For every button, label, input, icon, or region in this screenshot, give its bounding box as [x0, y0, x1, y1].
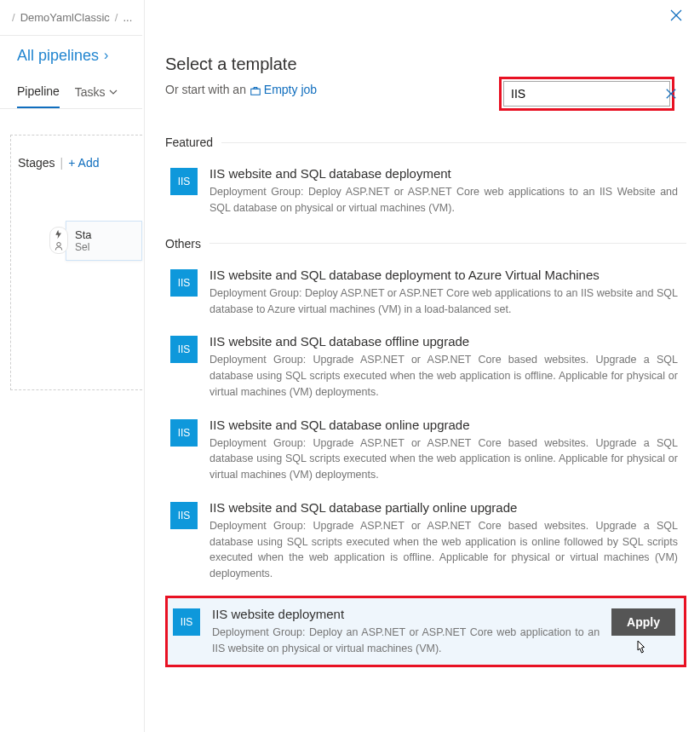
chevron-right-icon: › — [104, 48, 108, 63]
breadcrumb-separator: / — [12, 11, 15, 24]
template-item[interactable]: IIS IIS website and SQL database partial… — [165, 492, 686, 591]
tab-tasks-label: Tasks — [75, 85, 106, 99]
svg-rect-1 — [251, 89, 261, 95]
all-pipelines-label: All pipelines — [17, 47, 99, 65]
search-input[interactable] — [511, 87, 660, 101]
tab-tasks[interactable]: Tasks — [75, 85, 118, 99]
template-title: IIS website and SQL database partially o… — [209, 500, 678, 515]
person-icon — [54, 241, 64, 251]
template-title: IIS website and SQL database deployment — [209, 166, 678, 181]
subtitle-prefix: Or start with an — [165, 83, 246, 96]
tab-pipeline[interactable]: Pipeline — [17, 75, 60, 108]
template-title: IIS website and SQL database online upgr… — [209, 418, 678, 432]
iis-icon: IIS — [173, 608, 200, 636]
template-item[interactable]: IIS IIS website and SQL database online … — [165, 409, 686, 492]
divider: | — [60, 156, 64, 170]
template-item[interactable]: IIS IIS website and SQL database deploym… — [165, 259, 686, 326]
template-title: IIS website deployment — [212, 607, 600, 621]
stage-title: Sta — [75, 228, 92, 241]
featured-list: IIS IIS website and SQL database deploym… — [165, 158, 686, 225]
iis-icon: IIS — [170, 269, 198, 297]
iis-icon: IIS — [170, 168, 198, 195]
empty-job-link[interactable]: Empty job — [250, 83, 317, 96]
tab-pipeline-label: Pipeline — [17, 84, 60, 98]
empty-job-label: Empty job — [264, 83, 317, 96]
search-highlight — [499, 77, 674, 111]
template-item[interactable]: IIS IIS website and SQL database deploym… — [165, 158, 686, 225]
background-page: / DemoYamlClassic / ... All pipelines › … — [0, 0, 145, 732]
template-body: IIS website and SQL database deployment … — [209, 268, 678, 318]
close-icon — [665, 88, 677, 100]
stage-card[interactable]: Sta Sel — [66, 221, 142, 261]
stage-subtitle: Sel — [75, 241, 92, 253]
stages-label: Stages — [18, 156, 55, 170]
template-description: Deployment Group: Upgrade ASP.NET or ASP… — [209, 352, 678, 400]
cursor-icon — [633, 639, 648, 656]
add-label: Add — [78, 156, 100, 170]
template-title: IIS website and SQL database deployment … — [209, 268, 678, 282]
empty-job-icon — [250, 84, 261, 96]
stages-header: Stages | + Add — [11, 156, 142, 170]
template-body: IIS website and SQL database online upgr… — [209, 418, 678, 483]
search-box[interactable] — [503, 81, 670, 107]
close-icon — [669, 9, 683, 22]
clear-search-button[interactable] — [665, 88, 677, 100]
all-pipelines-link[interactable]: All pipelines › — [0, 36, 142, 75]
plus-icon: + — [68, 156, 75, 170]
stages-canvas: Stages | + Add Sta Sel — [10, 135, 142, 390]
add-stage-button[interactable]: + Add — [68, 156, 99, 170]
template-description: Deployment Group: Deploy ASP.NET or ASP.… — [209, 184, 678, 216]
section-others-label: Others — [165, 237, 686, 251]
template-description: Deployment Group: Upgrade ASP.NET or ASP… — [209, 435, 678, 483]
close-button[interactable] — [669, 9, 683, 22]
others-list: IIS IIS website and SQL database deploym… — [165, 259, 686, 668]
template-body: IIS website and SQL database deployment … — [209, 166, 678, 216]
breadcrumb: / DemoYamlClassic / ... — [0, 0, 142, 36]
template-panel: Select a template Or start with an Empty… — [145, 0, 700, 732]
panel-title: Select a template — [165, 55, 686, 74]
template-body: IIS website and SQL database offline upg… — [209, 334, 678, 400]
template-description: Deployment Group: Deploy ASP.NET or ASP.… — [209, 285, 678, 318]
chevron-down-icon — [109, 88, 118, 96]
section-featured-label: Featured — [165, 135, 686, 149]
bolt-icon — [54, 229, 64, 239]
template-item-selected[interactable]: IIS IIS website deployment Deployment Gr… — [168, 598, 684, 666]
breadcrumb-ellipsis[interactable]: ... — [123, 11, 132, 24]
tab-bar: Pipeline Tasks — [0, 75, 142, 109]
iis-icon: IIS — [170, 336, 198, 363]
stage-triggers[interactable] — [49, 227, 68, 254]
breadcrumb-project[interactable]: DemoYamlClassic — [20, 11, 110, 24]
template-item[interactable]: IIS IIS website and SQL database offline… — [165, 326, 686, 408]
stage-text: Sta Sel — [75, 228, 92, 253]
template-title: IIS website and SQL database offline upg… — [209, 334, 678, 349]
template-body: IIS website and SQL database partially o… — [209, 500, 678, 582]
iis-icon: IIS — [170, 419, 198, 447]
svg-point-0 — [57, 243, 61, 247]
template-description: Deployment Group: Deploy an ASP.NET or A… — [212, 625, 600, 657]
breadcrumb-separator: / — [115, 11, 118, 24]
apply-button[interactable]: Apply — [611, 608, 675, 636]
iis-icon: IIS — [170, 502, 198, 529]
template-body: IIS website deployment Deployment Group:… — [212, 607, 600, 657]
template-description: Deployment Group: Upgrade ASP.NET or ASP… — [209, 518, 678, 582]
selected-template-highlight: IIS IIS website deployment Deployment Gr… — [165, 596, 686, 668]
